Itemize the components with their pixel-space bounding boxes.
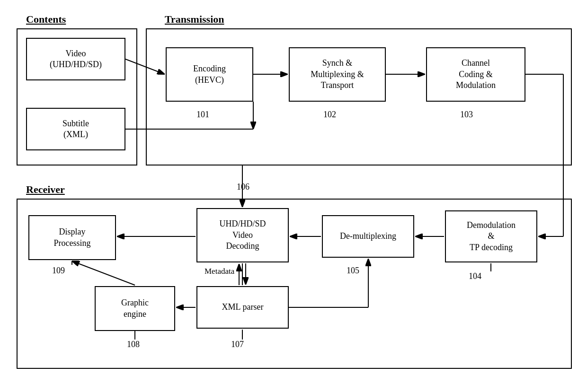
receiver-label: Receiver	[26, 183, 65, 196]
num-108: 108	[127, 340, 140, 349]
num-106: 106	[237, 182, 249, 192]
encoding-block: Encoding(HEVC)	[166, 47, 253, 102]
synch-block: Synch &Multiplexing &Transport	[289, 47, 386, 102]
video-block: Video(UHD/HD/SD)	[26, 38, 125, 80]
xml-parser-block: XML parser	[196, 286, 289, 329]
subtitle-block: Subtitle(XML)	[26, 108, 125, 150]
num-103: 103	[460, 110, 473, 120]
num-102: 102	[323, 110, 336, 120]
demultiplexing-block: De-multiplexing	[322, 215, 414, 258]
diagram: Contents Transmission Receiver Video(UHD…	[0, 0, 587, 392]
uhd-decoding-block: UHD/HD/SDVideoDecoding	[196, 208, 289, 262]
num-101: 101	[196, 110, 209, 120]
num-104: 104	[469, 271, 481, 281]
num-107: 107	[231, 340, 244, 349]
contents-label: Contents	[26, 13, 66, 26]
num-105: 105	[347, 266, 359, 276]
display-processing-block: DisplayProcessing	[28, 215, 116, 260]
metadata-label: Metadata	[205, 267, 234, 276]
transmission-label: Transmission	[165, 13, 224, 26]
num-109: 109	[52, 266, 65, 276]
graphic-engine-block: Graphicengine	[95, 286, 175, 331]
channel-coding-block: ChannelCoding &Modulation	[426, 47, 525, 102]
demodulation-block: Demodulation& TP decoding	[445, 210, 537, 262]
